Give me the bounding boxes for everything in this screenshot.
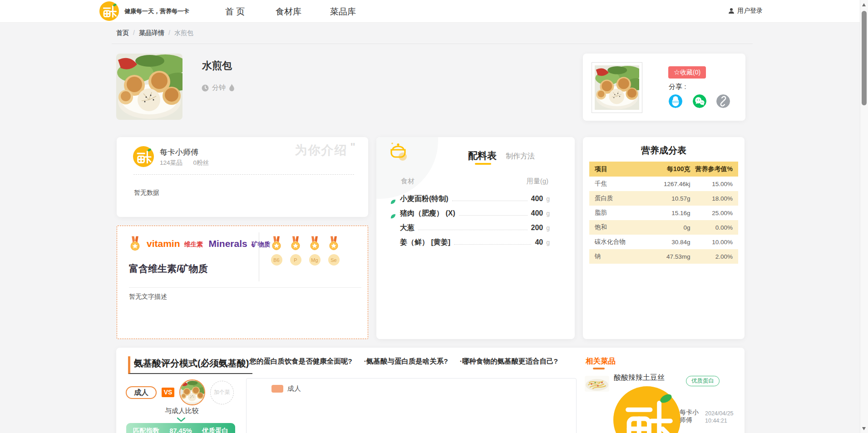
table-row: 碳水化合物30.84g10.00% (589, 235, 738, 249)
dish-thumbnail (592, 62, 642, 113)
ingredient-row[interactable]: 小麦面粉(特制) 400 g (390, 194, 550, 209)
ingredient-row[interactable]: 大葱 200 g (390, 223, 550, 238)
share-qq-icon[interactable] (669, 94, 682, 108)
scrollbar-down-arrow[interactable] (862, 427, 866, 430)
related-dishes-title: 相关菜品 (586, 356, 616, 366)
column-header-food: 食材 (401, 177, 414, 186)
adult-pill-button[interactable]: 成人 (126, 386, 157, 399)
breadcrumb-home[interactable]: 首页 (116, 29, 129, 37)
nav-item-dish-library[interactable]: 菜品库 (330, 6, 356, 18)
ingredient-unit: g (546, 239, 550, 246)
nav-item-ingredient-library[interactable]: 食材库 (276, 6, 301, 18)
tab-ingredient-list[interactable]: 配料表 (468, 149, 497, 162)
related-dish-author: 每卡小师傅 (680, 408, 701, 424)
user-login-button[interactable]: 用户登录 (728, 7, 763, 15)
site-logo-icon[interactable] (99, 1, 119, 21)
login-label: 用户登录 (737, 7, 763, 15)
ingredients-card: 配料表 制作方法 食材 用量(g) 小麦面粉(特制) 400 g 猪肉（肥瘦） … (376, 137, 575, 339)
nutrition-table-title: 营养成分表 (583, 144, 745, 157)
author-avatar[interactable] (133, 146, 154, 167)
page-title: 水煎包 (202, 59, 232, 73)
share-wechat-icon[interactable] (693, 94, 706, 108)
minerals-cn-label: 矿物质 (252, 241, 271, 249)
clock-icon (202, 84, 209, 92)
dashed-divider (133, 174, 354, 175)
related-dish-name[interactable]: 酸酸辣辣土豆丝 (614, 373, 665, 383)
badge-label: Se (328, 254, 340, 266)
nutrient-badge-mg: Mg (309, 236, 321, 266)
score-grade: 优质蛋白 (202, 427, 228, 433)
scrollbar[interactable] (860, 0, 868, 433)
protein-quality-badge: 优质蛋白 (686, 376, 720, 386)
flame-icon (229, 84, 235, 92)
nutrition-header-item: 项目 (589, 165, 648, 173)
cook-time-label: 分钟 (212, 84, 226, 92)
add-dish-button[interactable]: 加个菜 (210, 381, 234, 404)
favorite-share-card: ☆收藏(0) 分享 : (583, 54, 745, 121)
nutrition-card: 营养成分表 项目 每100克 营养参考值% 千焦1267.46kj15.00% … (583, 137, 745, 339)
table-row: 蛋白质10.57g18.00% (589, 191, 738, 206)
vitamin-en-label: vitamin (147, 238, 180, 249)
ingredient-row[interactable]: 猪肉（肥瘦） (X) 400 g (390, 209, 550, 223)
ingredient-amount: 40 (535, 238, 543, 246)
ingredient-name: 猪肉（肥瘦） (X) (400, 209, 455, 218)
badge-label: P (290, 254, 301, 266)
cooking-pot-icon (387, 142, 409, 162)
share-link-icon[interactable] (716, 94, 730, 108)
nutrition-header-per100g: 每100克 (648, 165, 690, 173)
vitamin-cn-label: 维生素 (184, 241, 203, 249)
nav-item-home[interactable]: 首 页 (225, 6, 245, 18)
tab-cooking-method[interactable]: 制作方法 (506, 152, 535, 161)
related-time: 10:44:21 (705, 417, 734, 424)
author-fans-count: 0粉丝 (193, 159, 209, 167)
chart-legend: 成人 (271, 384, 301, 393)
author-name[interactable]: 每卡小师傅 (160, 147, 198, 157)
score-label: 匹配指数 (133, 427, 159, 433)
badge-label: Mg (309, 254, 321, 266)
table-row: 饱和0g0.00% (589, 220, 738, 235)
breadcrumb-separator: / (168, 29, 170, 37)
horizontal-divider (129, 287, 361, 288)
vitamin-header: vitamin 维生素 Minerals 矿物质 (129, 236, 271, 251)
related-dish-datetime: 2024/04/25 10:44:21 (705, 410, 734, 424)
chevron-down-icon (177, 418, 185, 422)
dotted-leader (459, 215, 528, 216)
minerals-en-label: Minerals (209, 238, 247, 249)
ingredient-unit: g (546, 195, 550, 202)
dish-image (116, 54, 182, 120)
collect-button[interactable]: ☆收藏(0) (668, 66, 706, 79)
legend-label: 成人 (287, 384, 301, 393)
vertical-divider (259, 232, 259, 281)
nutrient-badge-b6: B6 (271, 236, 282, 266)
page: 健康每一天，营养每一卡 首 页 食材库 菜品库 用户登录 首页 / 菜品详情 /… (0, 0, 868, 433)
ingredient-unit: g (546, 210, 550, 217)
compare-label: 与成人比较 (165, 407, 199, 415)
related-dish-thumbnail[interactable] (585, 376, 609, 392)
question: ·哪种食物的氨基酸更适合自己? (460, 357, 558, 366)
vs-badge: VS (162, 388, 174, 397)
dish-meta: 分钟 (202, 84, 235, 92)
header-divider (112, 44, 753, 44)
nutrient-badge-p: P (290, 236, 301, 266)
leaf-icon (390, 213, 400, 219)
ingredient-row[interactable]: 姜（鲜） [黄姜] 40 g (390, 238, 550, 252)
intro-watermark: 为你介绍" (295, 141, 356, 158)
ingredient-name: 小麦面粉(特制) (400, 194, 449, 204)
breadcrumb: 首页 / 菜品详情 / 水煎包 (116, 29, 193, 37)
medal-icon (328, 236, 340, 251)
user-icon (728, 8, 735, 14)
table-row: 钠47.53mg2.00% (589, 249, 738, 264)
breadcrumb-dish-detail[interactable]: 菜品详情 (139, 29, 164, 37)
medal-icon (290, 236, 301, 251)
ingredient-name: 姜（鲜） [黄姜] (400, 238, 450, 247)
site-tagline: 健康每一天，营养每一卡 (124, 7, 189, 15)
ingredient-unit: g (546, 224, 550, 231)
scrollbar-up-arrow[interactable] (862, 3, 866, 6)
author-card: 每卡小师傅 124菜品 0粉丝 为你介绍" 暂无数据 (117, 137, 368, 217)
scrollbar-thumb[interactable] (862, 11, 867, 105)
badge-label: B6 (271, 254, 282, 266)
related-date: 2024/04/25 (705, 410, 734, 417)
column-header-amount: 用量(g) (527, 177, 548, 186)
dotted-leader (418, 230, 528, 230)
score-value: 87.45% (169, 427, 192, 433)
